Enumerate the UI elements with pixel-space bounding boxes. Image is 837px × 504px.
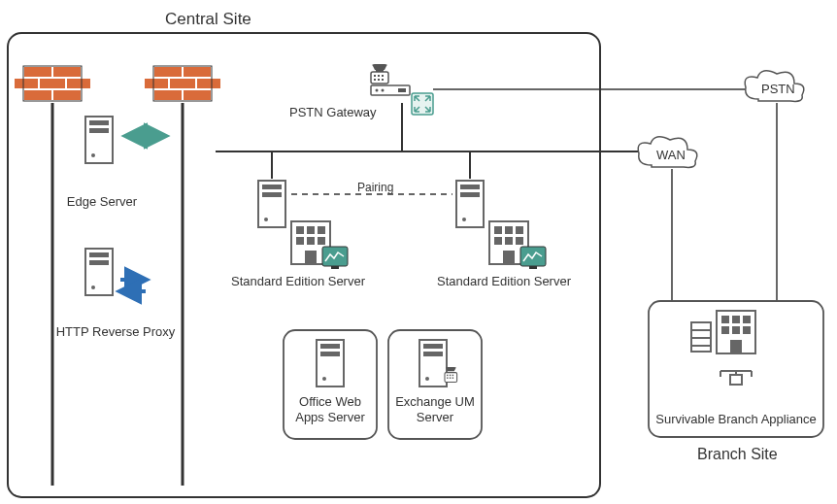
- svg-rect-43: [450, 378, 451, 379]
- phone-icon: [445, 367, 457, 382]
- server-icon: [85, 117, 113, 163]
- server-icon: [456, 181, 484, 227]
- svg-rect-42: [447, 378, 448, 379]
- office-web-apps-label: Office Web Apps Server: [291, 394, 369, 424]
- branch-site-title: Branch Site: [697, 445, 778, 463]
- monitor-icon: [322, 247, 348, 269]
- central-site-title: Central Site: [165, 10, 251, 29]
- svg-rect-41: [452, 375, 453, 376]
- se-server-1-label: Standard Edition Server: [225, 274, 371, 289]
- svg-rect-39: [447, 375, 448, 376]
- wan-cloud-label: WAN: [656, 148, 686, 163]
- server-icon: [85, 249, 113, 295]
- se-server-2-label: Standard Edition Server: [431, 274, 577, 289]
- building-icon: [717, 311, 755, 353]
- pstn-gateway-label: PSTN Gateway: [289, 105, 377, 120]
- server-icon: [419, 340, 447, 386]
- firewall-icon: [144, 66, 221, 101]
- monitor-icon: [520, 247, 546, 269]
- edge-server-label: Edge Server: [58, 194, 146, 210]
- pairing-label: Pairing: [357, 181, 393, 194]
- server-icon: [258, 181, 285, 227]
- firewall-icon: [14, 66, 91, 101]
- exchange-um-label: Exchange UM Server: [394, 394, 476, 424]
- rack-icon: [691, 322, 711, 352]
- svg-rect-44: [452, 378, 453, 379]
- svg-rect-40: [450, 375, 451, 376]
- survivable-branch-label: Survivable Branch Appliance: [653, 412, 820, 427]
- swap-arrows-icon: [120, 280, 146, 291]
- http-reverse-proxy-label: HTTP Reverse Proxy: [52, 324, 179, 340]
- phone-icon: [371, 64, 410, 95]
- network-icon: [720, 371, 752, 385]
- svg-rect-49: [730, 375, 742, 385]
- fullscreen-icon: [412, 93, 433, 115]
- server-icon: [317, 340, 344, 386]
- diagram-canvas: [0, 0, 837, 504]
- pstn-cloud-label: PSTN: [761, 82, 795, 97]
